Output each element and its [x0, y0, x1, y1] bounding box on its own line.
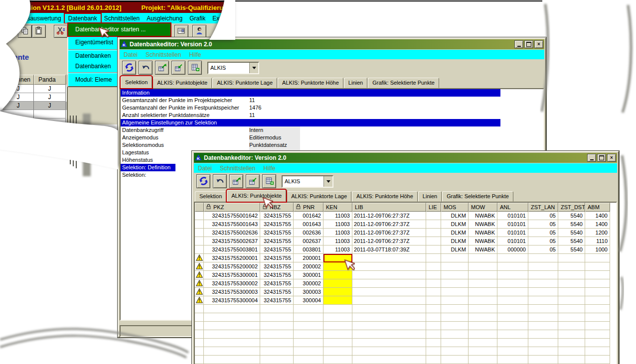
row-marker-cell[interactable] — [195, 330, 204, 339]
selektion-row[interactable]: SelektionsmodusPunktdatensatz — [121, 141, 543, 149]
table-cell-nbz[interactable] — [260, 322, 294, 330]
table-cell-mow[interactable]: NWABK — [469, 245, 497, 254]
table-cell-ken[interactable]: 11003 — [323, 220, 352, 229]
table-cell-nbz[interactable]: 324315755 — [260, 229, 294, 237]
table-cell-pnr[interactable]: 200002 — [294, 262, 323, 271]
table-cell-mow[interactable] — [469, 347, 497, 356]
table-cell-ken[interactable] — [323, 322, 352, 330]
toolbar-button-table-import[interactable] — [246, 174, 260, 188]
table-cell-zst_dst[interactable]: 5540 — [558, 212, 585, 220]
table-cell-lib[interactable] — [352, 322, 426, 330]
mini-table-row[interactable]: JJ — [3, 102, 67, 110]
table-cell-abm[interactable] — [585, 271, 610, 279]
table-header-pkz[interactable]: PKZ — [204, 203, 260, 212]
table-cell-mos[interactable] — [441, 330, 469, 339]
table-cell-ken[interactable] — [323, 262, 352, 271]
table-cell-lie[interactable] — [426, 262, 441, 271]
table-cell-lib[interactable] — [352, 271, 426, 279]
table-cell-pnr[interactable]: 002636 — [294, 229, 323, 237]
table-cell-pnr[interactable]: 003801 — [294, 245, 323, 254]
row-marker-cell[interactable] — [195, 229, 204, 237]
mini-table-row[interactable]: JJ — [3, 85, 67, 93]
toolbar-button-plot[interactable] — [174, 25, 188, 38]
table-cell-lib[interactable]: 2011-12-09T06:27:37Z — [352, 229, 426, 237]
table-cell-lie[interactable] — [426, 237, 441, 245]
table-cell-ken[interactable] — [323, 288, 352, 296]
table-cell-zst_dst[interactable] — [558, 296, 585, 305]
main-menu-item-ex[interactable]: Ex — [209, 14, 223, 23]
row-marker-cell[interactable] — [195, 356, 204, 364]
table-cell-zst_lan[interactable] — [528, 330, 558, 339]
main-menu-item-grafik[interactable]: Grafik — [186, 14, 209, 23]
table-cell-ken[interactable] — [323, 254, 352, 262]
table-cell-nbz[interactable]: 324315755 — [260, 254, 294, 262]
table-cell-abm[interactable] — [585, 296, 610, 305]
table-header-marker[interactable] — [195, 203, 204, 212]
table-cell-nbz[interactable] — [260, 356, 294, 364]
mini-table-row[interactable]: JJ — [3, 93, 67, 102]
selektion-row[interactable]: DatenbankzugriffIntern — [121, 126, 543, 134]
table-cell-abm[interactable] — [585, 279, 610, 288]
table-cell-anl[interactable] — [497, 305, 528, 313]
table-cell-zst_dst[interactable] — [558, 356, 585, 364]
table-cell-lie[interactable] — [426, 322, 441, 330]
row-marker-cell[interactable] — [195, 254, 204, 262]
table-cell-mos[interactable] — [441, 339, 469, 347]
table-cell-lib[interactable] — [352, 296, 426, 305]
table-cell-lie[interactable] — [426, 271, 441, 279]
table-cell-pkz[interactable] — [204, 313, 260, 322]
table-cell-anl[interactable] — [497, 262, 528, 271]
table-cell-pkz[interactable]: 324315755003801 — [204, 245, 260, 254]
table-cell-nbz[interactable]: 324315755 — [260, 237, 294, 245]
main-menu-item-messauswertung[interactable]: Messauswertung — [12, 14, 65, 23]
toolbar-button-table-import[interactable] — [171, 61, 185, 75]
table-cell-ken[interactable] — [323, 313, 352, 322]
row-marker-cell[interactable] — [195, 279, 204, 288]
table-cell-pnr[interactable] — [294, 339, 323, 347]
table-cell-anl[interactable]: 010101 — [497, 229, 528, 237]
table-cell-lib[interactable] — [352, 288, 426, 296]
tab-alkis-punktorte-höhe[interactable]: ALKIS: Punktorte Höhe — [278, 78, 343, 88]
toolbar-button-paste[interactable] — [32, 25, 46, 38]
table-header-zst_dst[interactable]: ZST_DST — [558, 203, 585, 212]
table-cell-zst_lan[interactable] — [528, 347, 558, 356]
mini-table-header-chnen[interactable]: chnen — [3, 75, 34, 85]
table-cell-abm[interactable]: 1110 — [585, 237, 610, 245]
tab-linien[interactable]: Linien — [418, 191, 442, 202]
table-cell-anl[interactable]: 010101 — [497, 237, 528, 245]
table-cell-lie[interactable] — [426, 347, 441, 356]
table-cell-pnr[interactable]: 002637 — [294, 237, 323, 245]
table-cell-mos[interactable] — [441, 271, 469, 279]
table-cell-pnr[interactable] — [294, 322, 323, 330]
table-cell-mos[interactable]: DLKM — [441, 229, 469, 237]
table-cell-zst_dst[interactable]: 5540 — [558, 237, 585, 245]
table-cell-abm[interactable]: 1000 — [585, 245, 610, 254]
table-cell-mow[interactable]: NWABK — [469, 220, 497, 229]
table-cell-abm[interactable] — [585, 356, 610, 364]
row-marker-cell[interactable] — [195, 237, 204, 245]
row-marker-cell[interactable] — [195, 288, 204, 296]
toolbar-button-table-export[interactable] — [229, 174, 243, 188]
table-cell-nbz[interactable]: 324315755 — [260, 288, 294, 296]
table-cell-pnr[interactable]: 200001 — [294, 254, 323, 262]
table-cell-anl[interactable] — [497, 313, 528, 322]
table-header-lie[interactable]: LIE — [426, 203, 441, 212]
row-marker-cell[interactable] — [195, 245, 204, 254]
minimize-button[interactable] — [514, 40, 523, 48]
table-cell-pkz[interactable]: 324315755002637 — [204, 237, 260, 245]
table-cell-ken[interactable]: 11003 — [323, 237, 352, 245]
table-cell-lie[interactable] — [426, 220, 441, 229]
table-cell-mow[interactable] — [469, 356, 497, 364]
table-cell-nbz[interactable] — [260, 347, 294, 356]
table-cell-anl[interactable]: 000000 — [497, 245, 528, 254]
table-cell-mos[interactable]: DLKM — [441, 212, 469, 220]
row-marker-cell[interactable] — [195, 296, 204, 305]
minimize-button[interactable] — [587, 154, 596, 162]
table-cell-abm[interactable]: 1400 — [585, 220, 610, 229]
table-cell-pkz[interactable]: 324315755300002 — [204, 279, 260, 288]
table-cell-anl[interactable] — [497, 271, 528, 279]
table-cell-nbz[interactable]: 324315755 — [260, 245, 294, 254]
table-cell-pnr[interactable] — [294, 330, 323, 339]
table-cell-lib[interactable]: 2011-12-09T06:27:37Z — [352, 220, 426, 229]
table-cell-pkz[interactable] — [204, 356, 260, 364]
